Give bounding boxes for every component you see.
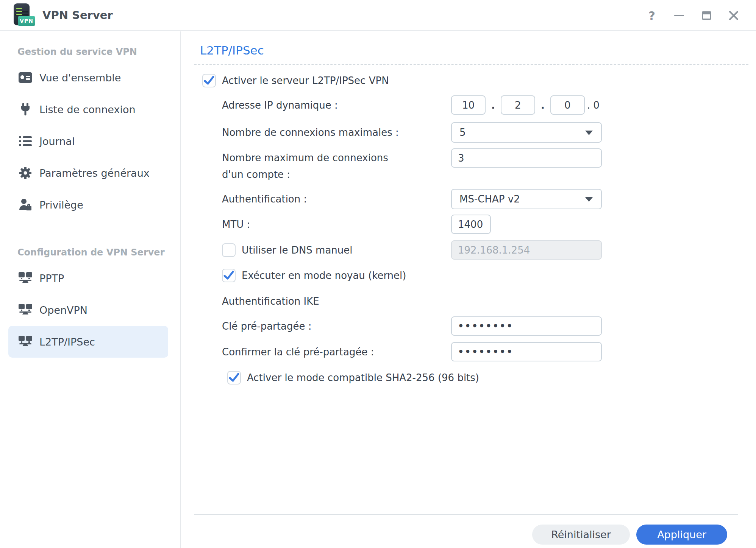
- preshared-key-row: Clé pré-partagée :: [222, 316, 602, 336]
- authentication-row: Authentification : MS-CHAP v2: [222, 189, 602, 209]
- sidebar-item-overview[interactable]: Vue d'ensemble: [0, 62, 180, 93]
- max-account-connections-row: Nombre maximum de connexions d'un compte…: [222, 148, 602, 183]
- sha2-compat-checkbox[interactable]: [227, 371, 241, 385]
- kernel-mode-label: Exécuter en mode noyau (kernel): [242, 270, 406, 281]
- sidebar-item-pptp[interactable]: PPTP: [0, 262, 180, 294]
- footer-separator: [194, 514, 738, 515]
- sidebar-item-openvpn[interactable]: OpenVPN: [0, 294, 180, 326]
- sidebar: Gestion du service VPN Vue d'ensemble Li…: [0, 31, 181, 548]
- footer-buttons: Réinitialiser Appliquer: [532, 525, 727, 545]
- sidebar-item-label: Liste de connexion: [39, 104, 136, 115]
- window-controls: ?: [646, 0, 739, 31]
- vpn-badge: VPN: [18, 16, 35, 26]
- dashed-separator: [194, 64, 748, 65]
- ip-dot: .: [491, 100, 495, 111]
- sidebar-item-label: Journal: [39, 135, 75, 147]
- plug-icon: [18, 103, 33, 116]
- enable-l2tp-row: Activer le serveur L2TP/IPSec VPN: [202, 74, 389, 87]
- sidebar-item-connection-list[interactable]: Liste de connexion: [0, 93, 180, 125]
- enable-l2tp-checkbox[interactable]: [202, 74, 216, 87]
- gear-icon: [18, 167, 33, 179]
- help-icon[interactable]: ?: [646, 9, 658, 22]
- vpn-server-app-icon: VPN: [14, 3, 33, 27]
- sidebar-item-label: Privilège: [39, 199, 83, 211]
- dynamic-ip-row: Adresse IP dynamique : . . . 0: [222, 95, 600, 115]
- overview-card-icon: [18, 72, 33, 83]
- confirm-preshared-key-label: Confirmer la clé pré-partagée :: [222, 346, 451, 358]
- sidebar-item-label: L2TP/IPSec: [39, 336, 95, 348]
- sha2-compat-label: Activer le mode compatible SHA2-256 (96 …: [247, 372, 479, 383]
- sidebar-item-privilege[interactable]: Privilège: [0, 189, 180, 221]
- log-list-icon: [18, 136, 33, 146]
- max-account-connections-label: Nombre maximum de connexions d'un compte…: [222, 148, 451, 183]
- app-title: VPN Server: [42, 9, 113, 22]
- ip-octet1-input[interactable]: [451, 95, 486, 115]
- manual-dns-checkbox[interactable]: [222, 243, 236, 257]
- page-title: L2TP/IPSec: [200, 44, 264, 57]
- preshared-key-label: Clé pré-partagée :: [222, 321, 451, 332]
- maximize-icon[interactable]: [701, 9, 712, 22]
- network-computers-icon: [18, 272, 33, 284]
- sidebar-item-journal[interactable]: Journal: [0, 125, 180, 157]
- ip-octet3-input[interactable]: [550, 95, 585, 115]
- ip-octet2-input[interactable]: [501, 95, 535, 115]
- ip-fixed-octet: . 0: [587, 100, 600, 111]
- manual-dns-input: [451, 240, 602, 260]
- user-lock-icon: [18, 199, 33, 211]
- authentication-value: MS-CHAP v2: [459, 193, 520, 205]
- chevron-down-icon: [585, 197, 593, 202]
- network-computers-icon: [18, 304, 33, 316]
- sidebar-item-label: Vue d'ensemble: [39, 72, 121, 84]
- sidebar-section-service: Gestion du service VPN: [17, 47, 180, 57]
- kernel-mode-row: Exécuter en mode noyau (kernel): [222, 269, 406, 282]
- max-connections-label: Nombre de connexions maximales :: [222, 127, 451, 138]
- preshared-key-input[interactable]: [451, 316, 602, 336]
- close-icon[interactable]: [728, 9, 739, 22]
- authentication-label: Authentification :: [222, 193, 451, 205]
- max-account-connections-input[interactable]: [451, 148, 602, 168]
- ike-section-title: Authentification IKE: [222, 296, 319, 307]
- chevron-down-icon: [585, 131, 593, 135]
- mtu-input[interactable]: [451, 215, 491, 234]
- enable-l2tp-label: Activer le serveur L2TP/IPSec VPN: [222, 75, 389, 86]
- kernel-mode-checkbox[interactable]: [222, 269, 236, 282]
- mtu-label: MTU :: [222, 219, 451, 230]
- mtu-row: MTU :: [222, 215, 491, 234]
- dynamic-ip-label: Adresse IP dynamique :: [222, 100, 451, 111]
- main-panel: L2TP/IPSec Activer le serveur L2TP/IPSec…: [182, 31, 756, 548]
- max-connections-select[interactable]: 5: [451, 122, 602, 143]
- apply-button[interactable]: Appliquer: [636, 525, 727, 545]
- max-connections-value: 5: [459, 127, 466, 138]
- title-bar: VPN VPN Server ?: [0, 0, 756, 31]
- network-computers-icon: [18, 336, 33, 348]
- manual-dns-row: Utiliser le DNS manuel: [222, 240, 602, 260]
- sidebar-item-general-settings[interactable]: Paramètres généraux: [0, 157, 180, 189]
- ip-dot: .: [541, 100, 545, 111]
- confirm-preshared-key-input[interactable]: [451, 342, 602, 361]
- sha2-compat-row: Activer le mode compatible SHA2-256 (96 …: [227, 371, 479, 385]
- authentication-select[interactable]: MS-CHAP v2: [451, 189, 602, 209]
- confirm-preshared-key-row: Confirmer la clé pré-partagée :: [222, 342, 602, 361]
- sidebar-item-label: Paramètres généraux: [39, 167, 150, 179]
- manual-dns-label: Utiliser le DNS manuel: [242, 244, 353, 256]
- sidebar-item-l2tp-ipsec[interactable]: L2TP/IPSec: [8, 326, 168, 358]
- sidebar-section-config: Configuration de VPN Server: [17, 247, 180, 258]
- minimize-icon[interactable]: [673, 9, 685, 22]
- max-connections-row: Nombre de connexions maximales : 5: [222, 122, 602, 143]
- sidebar-item-label: PPTP: [39, 272, 64, 284]
- reset-button[interactable]: Réinitialiser: [532, 525, 630, 545]
- sidebar-item-label: OpenVPN: [39, 304, 87, 316]
